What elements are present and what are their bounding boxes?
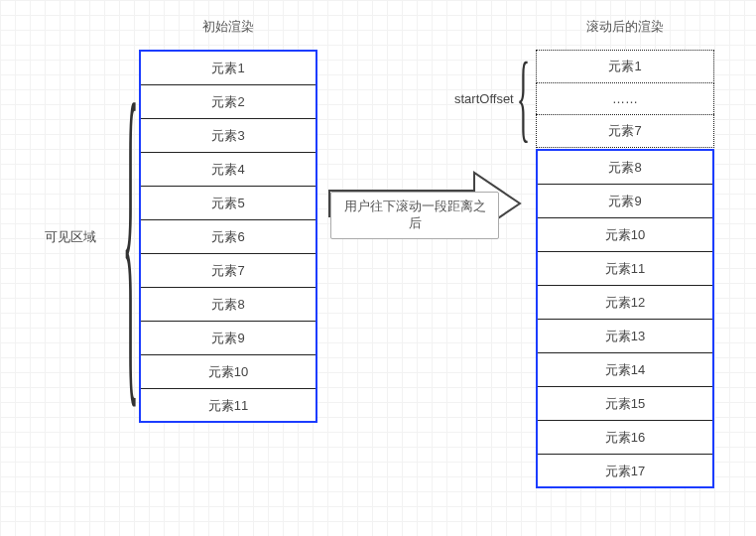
list-item: 元素17: [538, 455, 712, 488]
offset-item: 元素1: [536, 50, 714, 83]
list-item: 元素10: [141, 355, 315, 389]
list-item: 元素8: [538, 151, 712, 185]
list-item: 元素5: [141, 187, 315, 220]
list-item: 元素13: [538, 320, 712, 353]
list-item: 元素1: [141, 52, 315, 85]
brace-left-icon: {: [123, 50, 126, 421]
right-list: 元素8 元素9 元素10 元素11 元素12 元素13 元素14 元素15 元素…: [536, 149, 714, 488]
list-item: 元素15: [538, 387, 712, 421]
label-visible-area: 可见区域: [45, 228, 96, 246]
left-list: 元素1 元素2 元素3 元素4 元素5 元素6 元素7 元素8 元素9 元素10…: [139, 50, 317, 423]
diagram-canvas: 初始渲染 滚动后的渲染 { 可见区域 元素1 元素2 元素3 元素4 元素5 元…: [0, 0, 756, 536]
list-item: 元素12: [538, 286, 712, 320]
offset-item: 元素7: [536, 114, 714, 148]
list-item: 元素4: [141, 153, 315, 187]
list-item: 元素14: [538, 353, 712, 387]
list-item: 元素11: [141, 389, 315, 423]
title-right: 滚动后的渲染: [546, 18, 704, 36]
right-offset-list: 元素1 …… 元素7: [536, 50, 714, 148]
list-item: 元素16: [538, 421, 712, 455]
label-start-offset: startOffset: [454, 91, 514, 106]
list-item: 元素3: [141, 119, 315, 153]
list-item: 元素6: [141, 220, 315, 254]
brace-right-icon: {: [517, 48, 525, 147]
offset-item: ……: [536, 82, 714, 116]
list-item: 元素9: [141, 322, 315, 355]
list-item: 元素2: [141, 85, 315, 119]
list-item: 元素7: [141, 254, 315, 288]
list-item: 元素10: [538, 218, 712, 252]
arrow-caption: 用户往下滚动一段距离之后: [330, 192, 499, 239]
list-item: 元素9: [538, 185, 712, 218]
list-item: 元素11: [538, 252, 712, 286]
title-left: 初始渲染: [159, 18, 298, 36]
list-item: 元素8: [141, 288, 315, 322]
